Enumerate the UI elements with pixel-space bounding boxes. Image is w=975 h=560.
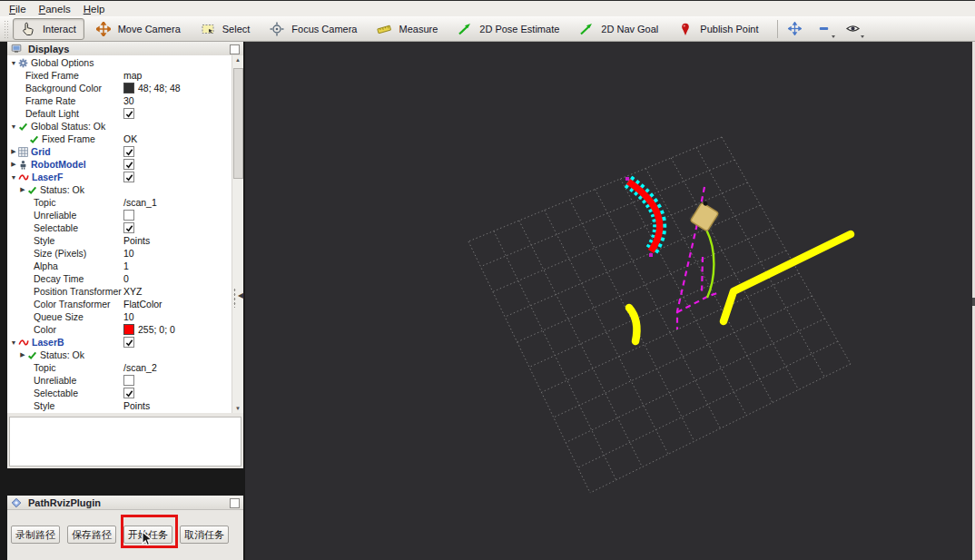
tree-row-value[interactable] — [122, 159, 231, 170]
tree-row-value[interactable]: 30 — [122, 95, 231, 106]
3d-viewport[interactable] — [245, 42, 972, 560]
tree-row[interactable]: Frame Rate30 — [7, 94, 231, 107]
tree-row-value[interactable]: 1 — [122, 260, 231, 271]
tree-scrollbar[interactable]: ▲ ▼ — [231, 55, 243, 413]
dock-splitter-dots[interactable] — [233, 288, 236, 308]
tool-measure[interactable]: Measure — [369, 18, 446, 40]
plugin-button-1[interactable]: 录制路径 — [11, 526, 60, 544]
tree-row[interactable]: Background Color48; 48; 48 — [7, 82, 231, 94]
tree-row[interactable]: ▼LaserB — [7, 336, 231, 349]
tree-row[interactable]: Color TransformerFlatColor — [7, 298, 231, 310]
expand-arrow-icon[interactable]: ▼ — [9, 123, 18, 130]
tree-row-value[interactable]: /scan_1 — [122, 197, 231, 208]
tree-row[interactable]: ▶Grid — [7, 145, 231, 158]
tree-row-value[interactable]: XYZ — [122, 286, 231, 297]
tree-row[interactable]: ▶Status: Ok — [7, 183, 231, 196]
tree-row-value[interactable]: 255; 0; 0 — [122, 324, 231, 335]
tool-select[interactable]: Select — [192, 18, 259, 40]
collapse-arrow-icon[interactable]: ▶ — [9, 148, 18, 155]
tree-row[interactable]: ▼Global Options — [7, 56, 231, 69]
tree-row-value[interactable]: Points — [122, 235, 231, 246]
expand-arrow-icon[interactable]: ▼ — [9, 339, 18, 346]
tool-focus-camera[interactable]: Focus Camera — [261, 18, 365, 40]
tree-row-value[interactable] — [122, 210, 231, 221]
plugin-button-4[interactable]: 取消任务 — [180, 526, 229, 544]
tree-row-value[interactable]: OK — [122, 133, 231, 144]
displays-panel-header[interactable]: Displays — [7, 42, 243, 56]
tree-row-value[interactable] — [122, 146, 231, 157]
collapse-arrow-icon[interactable]: ▶ — [18, 186, 27, 193]
tool-publish-point[interactable]: Publish Point — [670, 18, 766, 40]
tree-row[interactable]: Alpha1 — [7, 260, 231, 272]
dock-collapse-icon[interactable]: ◀ — [238, 291, 243, 300]
checkbox-checked[interactable] — [123, 108, 134, 119]
tree-row-value[interactable]: FlatColor — [122, 299, 231, 309]
checkbox-checked[interactable] — [123, 388, 134, 398]
tree-row[interactable]: Decay Time0 — [7, 272, 231, 285]
tree-row-value[interactable] — [122, 375, 231, 386]
menu-item-file[interactable]: File — [4, 3, 32, 15]
tree-row-value[interactable] — [122, 388, 231, 398]
tree-row[interactable]: Selectable — [7, 221, 231, 234]
scroll-up-icon[interactable]: ▲ — [232, 57, 243, 63]
tree-row[interactable]: ▶RobotModel — [7, 158, 231, 171]
tool-eye-button[interactable] — [842, 19, 866, 39]
toolbar-drag-handle[interactable] — [4, 20, 9, 38]
tree-row-value[interactable] — [122, 337, 231, 348]
tree-row[interactable]: Position TransformerXYZ — [7, 285, 231, 298]
tool-move-camera[interactable]: Move Camera — [88, 18, 189, 40]
scroll-down-icon[interactable]: ▼ — [232, 406, 243, 411]
scrollbar-handle[interactable] — [233, 68, 243, 179]
tree-row[interactable]: Size (Pixels)10 — [7, 247, 231, 260]
tree-row[interactable]: Topic/scan_2 — [7, 361, 231, 374]
tree-row[interactable]: ▶Status: Ok — [7, 349, 231, 361]
panel-float-button[interactable] — [230, 498, 240, 508]
tree-row[interactable]: Fixed Framemap — [7, 69, 231, 82]
tool-2d-nav-goal[interactable]: 2D Nav Goal — [571, 18, 666, 40]
checkbox-checked[interactable] — [123, 222, 134, 233]
tree-row-value[interactable]: 10 — [122, 311, 231, 322]
tree-row-value[interactable]: map — [122, 70, 231, 81]
tree-row-value[interactable]: 48; 48; 48 — [122, 83, 231, 93]
color-swatch[interactable] — [123, 83, 134, 93]
plugin-button-2[interactable]: 保存路径 — [67, 526, 116, 544]
menu-item-panels[interactable]: Panels — [34, 3, 76, 15]
checkbox-unchecked[interactable] — [123, 210, 134, 221]
tree-row[interactable]: StylePoints — [7, 399, 231, 412]
tree-row[interactable]: ▼Global Status: Ok — [7, 120, 231, 133]
menu-item-help[interactable]: Help — [78, 3, 111, 15]
tree-row-value[interactable]: /scan_2 — [122, 362, 231, 373]
tree-row[interactable]: ▼LaserF — [7, 171, 231, 183]
checkbox-checked[interactable] — [123, 159, 134, 170]
tool-dash-button[interactable] — [813, 19, 837, 39]
tree-row[interactable]: Unreliable — [7, 374, 231, 387]
tree-row[interactable]: Unreliable — [7, 209, 231, 221]
tree-row[interactable]: Topic/scan_1 — [7, 196, 231, 209]
checkbox-checked[interactable] — [123, 337, 134, 348]
collapse-arrow-icon[interactable]: ▶ — [18, 351, 27, 359]
tree-row[interactable]: Default Light — [7, 107, 231, 120]
checkbox-checked[interactable] — [123, 172, 134, 182]
tool-2d-pose-estimate[interactable]: 2D Pose Estimate — [449, 18, 567, 40]
tree-row-value[interactable] — [122, 108, 231, 119]
color-swatch[interactable] — [123, 324, 134, 335]
expand-arrow-icon[interactable]: ▼ — [9, 60, 18, 66]
tree-row[interactable]: Selectable — [7, 387, 231, 399]
tree-row-value[interactable]: 0 — [122, 273, 231, 284]
collapse-arrow-icon[interactable]: ▶ — [9, 161, 18, 168]
tree-row[interactable]: Fixed FrameOK — [7, 133, 231, 145]
panel-float-button[interactable] — [230, 44, 240, 54]
plugin-panel-header[interactable]: PathRvizPlugin — [7, 496, 243, 510]
tree-row[interactable]: StylePoints — [7, 234, 231, 247]
checkbox-checked[interactable] — [123, 146, 134, 157]
tree-row-value[interactable]: 10 — [122, 248, 231, 259]
tree-row-value[interactable] — [122, 222, 231, 233]
expand-arrow-icon[interactable]: ▼ — [9, 174, 18, 181]
tree-row-value[interactable]: Points — [122, 400, 231, 411]
checkbox-unchecked[interactable] — [123, 375, 134, 386]
tree-row-value[interactable] — [122, 172, 231, 182]
tree-row[interactable]: Queue Size10 — [7, 310, 231, 323]
tool-pan-button[interactable] — [784, 19, 808, 39]
tree-row[interactable]: Color255; 0; 0 — [7, 323, 231, 336]
tool-interact[interactable]: Interact — [13, 18, 84, 40]
